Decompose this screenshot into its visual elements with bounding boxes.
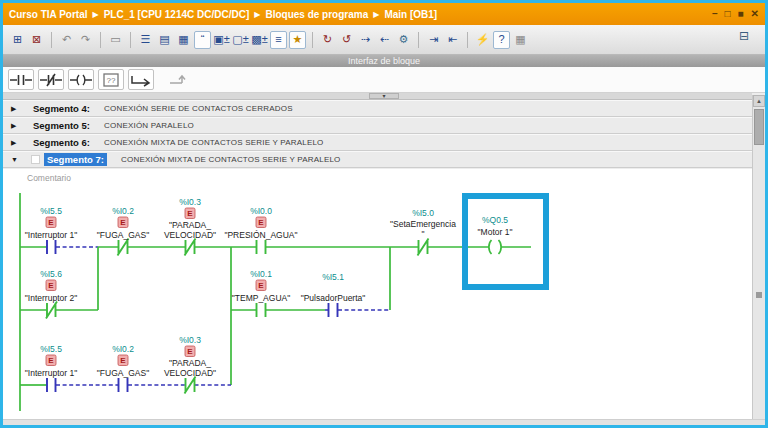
tag-name[interactable]: "FUGA_GAS" <box>97 368 149 378</box>
svg-text:E: E <box>120 218 126 227</box>
expand-arrow-icon[interactable]: ▶ <box>11 122 21 130</box>
open-branch-button[interactable] <box>128 69 154 90</box>
tag-e-icon: E <box>46 355 56 366</box>
nc-contact-parada-velocidad[interactable] <box>185 239 196 256</box>
redo-icon[interactable]: ↷ <box>77 31 94 49</box>
operand-info-icon[interactable]: ▦ <box>175 31 192 49</box>
segment-row-6[interactable]: ▶ Segmento 6: CONEXIÓN MIXTA DE CONTACTO… <box>3 134 752 151</box>
breadcrumb-plc[interactable]: PLC_1 [CPU 1214C DC/DC/DC] <box>104 9 250 20</box>
tia-portal-window: Curso TIA Portal ▶ PLC_1 [CPU 1214C DC/D… <box>0 0 768 428</box>
segment-row-7[interactable]: ▼ Segmento 7: CONEXIÓN MIXTA DE CONTACTO… <box>3 151 752 168</box>
collapse-arrow-icon[interactable]: ▼ <box>11 156 21 163</box>
tag-name[interactable]: "PARADA_ <box>169 220 211 230</box>
close-branch-button[interactable] <box>166 69 192 90</box>
tag-address[interactable]: %I5.0 <box>412 208 434 218</box>
favorites-toggle-icon[interactable]: ★ <box>289 31 306 49</box>
segment-description: CONEXIÓN PARALELO <box>104 121 194 130</box>
nc-contact-fuga-gas[interactable] <box>118 239 129 256</box>
undo-icon[interactable]: ↶ <box>58 31 75 49</box>
tag-address[interactable]: %I5.1 <box>322 272 344 282</box>
status-display-icon[interactable]: ≡ <box>270 31 287 49</box>
select-operand-icon[interactable]: ▭ <box>107 31 124 49</box>
vertical-scrollbar[interactable]: ▲ <box>752 95 765 419</box>
delete-network-icon[interactable]: ⊠ <box>28 31 45 49</box>
breadcrumb-program-blocks[interactable]: Bloques de programa <box>265 9 368 20</box>
tag-name[interactable]: "Interruptor 2" <box>25 293 77 303</box>
nc-contact-button[interactable] <box>38 69 64 90</box>
consistency-check-icon[interactable]: ↺ <box>338 31 355 49</box>
expand-arrow-icon[interactable]: ▶ <box>11 105 21 113</box>
no-contact-interruptor1-branch[interactable] <box>47 378 56 392</box>
no-contact-fuga-gas-branch[interactable] <box>119 378 128 392</box>
breadcrumb-project[interactable]: Curso TIA Portal <box>9 9 88 20</box>
tag-e-icon: E <box>185 346 195 357</box>
block-interface-label: Interfaz de bloque <box>348 56 420 66</box>
horizontal-scrollbar-track[interactable] <box>3 419 765 425</box>
tag-name[interactable]: "FUGA_GAS" <box>97 230 149 240</box>
settings-icon[interactable]: ⚙ <box>395 31 412 49</box>
update-calls-icon[interactable]: ↻ <box>319 31 336 49</box>
maximize-button[interactable]: ■ <box>738 9 744 19</box>
insert-network-icon[interactable]: ⊞ <box>9 31 26 49</box>
jump-back-icon[interactable]: ⇤ <box>444 31 461 49</box>
tag-name[interactable]: "PRESIÓN_AGUA" <box>224 230 297 240</box>
editor-panel-icon[interactable]: ⊟ <box>739 29 749 43</box>
minimize-button[interactable]: – <box>712 9 718 19</box>
monitoring-icon[interactable]: ⚡ <box>474 31 491 49</box>
tag-name[interactable]: "Interruptor 1" <box>25 230 77 240</box>
segment-list-collapse-notch[interactable]: ▾ <box>369 93 399 99</box>
jump-forward-icon[interactable]: ⇥ <box>425 31 442 49</box>
breadcrumb-main-ob1[interactable]: Main [OB1] <box>384 9 437 20</box>
float-window-button[interactable]: □ <box>725 9 731 19</box>
symbolic-operands-icon[interactable]: ▤ <box>156 31 173 49</box>
nc-contact-interruptor2[interactable] <box>46 302 57 319</box>
tag-address[interactable]: %I0.1 <box>250 269 272 279</box>
tag-address[interactable]: %I0.2 <box>112 206 134 216</box>
next-error-icon[interactable]: ⇢ <box>357 31 374 49</box>
ladder-network-canvas[interactable]: %I5.5 E "Interruptor 1" %I0.2 E "FUGA_GA… <box>3 185 752 419</box>
expand-networks-icon[interactable]: ▣± <box>213 31 230 49</box>
tag-name[interactable]: "PulsadorPuerta" <box>301 293 366 303</box>
svg-text:E: E <box>258 218 264 227</box>
collapse-networks-icon[interactable]: ▢± <box>232 31 249 49</box>
no-contact-presion-agua[interactable] <box>257 240 266 254</box>
compare-icon[interactable]: ▦ <box>512 31 529 49</box>
tag-address[interactable]: %I0.2 <box>112 344 134 354</box>
segment-row-5[interactable]: ▶ Segmento 5: CONEXIÓN PARALELO <box>3 117 752 134</box>
tag-address[interactable]: %I0.3 <box>179 335 201 345</box>
absolute-operands-icon[interactable]: ☰ <box>137 31 154 49</box>
expand-arrow-icon[interactable]: ▶ <box>11 139 21 147</box>
tag-address[interactable]: %I5.5 <box>40 344 62 354</box>
close-button[interactable]: ✕ <box>751 9 759 19</box>
comment-label[interactable]: Comentario <box>27 173 71 183</box>
tag-name[interactable]: " <box>421 229 424 239</box>
previous-error-icon[interactable]: ⇠ <box>376 31 393 49</box>
network-comments-toggle-icon[interactable]: “ <box>194 31 211 49</box>
nc-contact-seta-emergencia[interactable] <box>418 239 429 256</box>
tag-name[interactable]: "SetaEmergencia <box>390 219 456 229</box>
tag-address[interactable]: %I0.0 <box>250 206 272 216</box>
scroll-up-icon[interactable]: ▲ <box>753 95 765 107</box>
segment-checkbox[interactable] <box>31 155 40 164</box>
scrollbar-thumb[interactable] <box>754 109 764 145</box>
tag-name[interactable]: "Interruptor 1" <box>25 368 77 378</box>
nc-contact-parada-velocidad-branch[interactable] <box>185 377 196 394</box>
help-query-icon[interactable]: ? <box>493 31 510 49</box>
tag-address[interactable]: %I5.5 <box>40 206 62 216</box>
empty-box-button[interactable]: ?? <box>98 69 124 90</box>
no-contact-button[interactable] <box>8 69 34 90</box>
tag-address[interactable]: %I5.6 <box>40 269 62 279</box>
no-contact-temp-agua[interactable] <box>257 303 266 317</box>
tag-name[interactable]: VELOCIDAD" <box>164 230 216 240</box>
coil-button[interactable] <box>68 69 94 90</box>
tag-name[interactable]: "TEMP_AGUA" <box>232 293 290 303</box>
tag-name[interactable]: VELOCIDAD" <box>164 368 216 378</box>
tag-address[interactable]: %I0.3 <box>179 197 201 207</box>
chevron-down-icon: ▾ <box>382 95 385 97</box>
segment-row-4[interactable]: ▶ Segmento 4: CONEXIÓN SERIE DE CONTACTO… <box>3 100 752 117</box>
svg-text:E: E <box>48 281 54 290</box>
no-contact-interruptor1[interactable] <box>47 240 56 254</box>
no-contact-pulsador-puerta[interactable] <box>329 303 338 317</box>
tag-name[interactable]: "PARADA_ <box>169 358 211 368</box>
toggle-networks-icon[interactable]: ▩± <box>251 31 268 49</box>
